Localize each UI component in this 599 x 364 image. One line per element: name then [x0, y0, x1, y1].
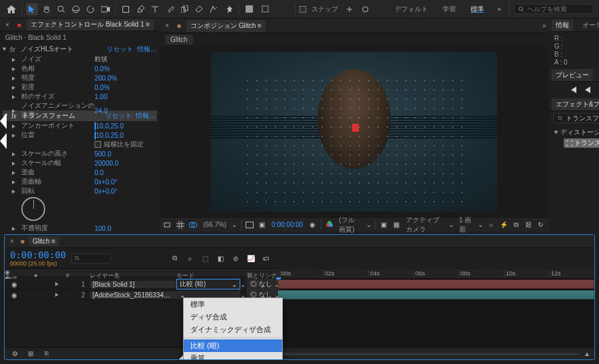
fx-info[interactable]: 情報…	[137, 45, 157, 54]
prop-value[interactable]: 0.0%	[95, 84, 157, 91]
prop-value[interactable]: 粒状	[95, 55, 157, 64]
orbit-tool-icon[interactable]	[70, 3, 82, 15]
fastpreview-icon[interactable]: ⚡	[499, 219, 508, 231]
frameblend-icon[interactable]: ◧	[214, 252, 226, 264]
home-icon[interactable]	[5, 3, 17, 15]
fx-reset[interactable]: リセット	[105, 111, 132, 120]
twisty-icon[interactable]	[12, 227, 15, 231]
tree-category[interactable]: ディストーション	[560, 128, 599, 137]
visibility-icon[interactable]: ◉	[5, 281, 23, 288]
twisty-icon[interactable]	[554, 131, 558, 134]
timeline-search[interactable]	[71, 254, 111, 264]
pen-tool-icon[interactable]	[134, 3, 146, 15]
snapshot-icon[interactable]: ◉	[308, 219, 317, 231]
motionblur-icon[interactable]: ⊘	[230, 252, 242, 264]
render-icon[interactable]: ↻	[536, 219, 545, 231]
shy-icon[interactable]: ⟐	[184, 252, 196, 264]
first-frame-icon[interactable]	[568, 86, 578, 94]
panel-close-icon[interactable]: ×	[162, 22, 172, 29]
timeline-ruler[interactable]: :00s02s04s06s08s10s12s	[278, 270, 594, 279]
prop-value[interactable]: 100.0	[95, 225, 157, 232]
graph-icon[interactable]: 📈	[245, 252, 257, 264]
prop-value[interactable]: 0x+0.0°	[95, 178, 157, 186]
comp-time[interactable]: 0:00:00:00	[270, 221, 304, 228]
prop-value[interactable]: 0.0	[95, 169, 157, 176]
blend-mode-option[interactable]: ダイナミックディザ合成	[184, 323, 282, 336]
zoom-tool-icon[interactable]	[55, 3, 67, 15]
snap-checkbox[interactable]	[300, 6, 306, 13]
prev-frame-icon[interactable]	[583, 86, 592, 94]
blend-mode-option[interactable]: 比較 (暗)	[184, 339, 282, 352]
brush-tool-icon[interactable]	[164, 3, 176, 15]
roto-tool-icon[interactable]	[208, 3, 220, 15]
flowchart-icon[interactable]: ⛓	[524, 219, 532, 231]
clone-tool-icon[interactable]	[178, 3, 190, 15]
comp-camera[interactable]: アクティブカメラ	[405, 216, 445, 234]
grid-icon[interactable]	[176, 219, 185, 231]
twisty-icon[interactable]	[12, 86, 15, 90]
prop-value[interactable]: 10.0,25.0	[95, 122, 157, 130]
twisty-icon[interactable]	[12, 152, 15, 156]
clip[interactable]	[278, 279, 594, 289]
twisty-icon[interactable]	[12, 124, 15, 128]
resolution-icon[interactable]	[246, 219, 254, 231]
exposure-icon[interactable]: ☼	[487, 219, 496, 231]
checkbox[interactable]	[95, 141, 101, 148]
prop-value[interactable]: 20000.0	[95, 160, 157, 167]
rotation-dial[interactable]	[21, 197, 45, 221]
timeline-icon[interactable]: ⧉	[512, 219, 520, 231]
timeline-timecode[interactable]: 0:00:00:00	[10, 250, 66, 260]
preset-search-input[interactable]	[566, 114, 599, 122]
tab-info[interactable]: 情報	[552, 19, 573, 31]
prop-value[interactable]: 1.00	[95, 93, 157, 100]
puppet-tool-icon[interactable]	[222, 3, 234, 15]
prop-value[interactable]: 200.0%	[95, 75, 157, 82]
transparency-grid-icon[interactable]: ▦	[392, 219, 401, 231]
draft3d-icon[interactable]: ⬚	[199, 252, 211, 264]
clip[interactable]	[278, 290, 594, 299]
twisty-icon[interactable]	[12, 67, 15, 71]
toggle-modes-icon[interactable]: ⊞	[25, 348, 37, 360]
twisty-icon[interactable]	[55, 293, 59, 297]
comp-viewer[interactable]	[160, 46, 549, 217]
camera-tool-icon[interactable]	[99, 3, 111, 15]
snap-option-1-icon[interactable]	[343, 3, 355, 15]
tag-icon[interactable]: 🏷	[260, 252, 272, 264]
panel-close-icon[interactable]: ×	[3, 21, 12, 29]
preset-search[interactable]: ×	[553, 113, 599, 123]
stopwatch-icon[interactable]	[95, 131, 96, 140]
twisty-icon[interactable]	[3, 48, 7, 51]
timeline-search-input[interactable]	[83, 255, 108, 262]
tab-composition[interactable]: コンポジション Glitch ≡	[186, 20, 266, 32]
panel-close-icon[interactable]: ×	[7, 238, 17, 245]
blend-mode-option[interactable]: 乗算	[184, 352, 282, 360]
stopwatch-icon[interactable]	[95, 122, 96, 130]
help-search[interactable]	[514, 4, 594, 14]
twisty-icon[interactable]	[12, 162, 15, 166]
shape-fill-icon[interactable]	[243, 3, 255, 15]
twisty-icon[interactable]	[12, 58, 15, 62]
fx-info[interactable]: 情報…	[136, 111, 156, 120]
comp-res[interactable]: (フル画質)	[337, 216, 362, 234]
panel-overflow-icon[interactable]: »	[542, 22, 546, 29]
layer-name[interactable]: [AdobeStock_251863340.mov]	[90, 291, 176, 299]
comp-mini-icon[interactable]: ⧉	[168, 252, 180, 264]
visibility-icon[interactable]: ◉	[5, 291, 23, 299]
eraser-tool-icon[interactable]	[193, 3, 205, 15]
layer-row[interactable]: ◉ 1 [Black Solid 1] 比較 (暗)⌄ ⌄ ◎ なし⌄	[5, 279, 278, 289]
prop-value[interactable]: 10.0,25.0	[95, 132, 157, 139]
tab-effect-controls[interactable]: エフェクトコントロール Black Solid 1 ≡	[27, 19, 154, 31]
hand-tool-icon[interactable]	[41, 3, 53, 15]
workspace-chevron-icon[interactable]: »	[493, 3, 505, 15]
blend-mode-option[interactable]: ディザ合成	[184, 311, 282, 323]
layer-name[interactable]: [Black Solid 1]	[90, 281, 176, 288]
tab-preview[interactable]: プレビュー	[552, 69, 593, 81]
shape-stroke-icon[interactable]	[259, 3, 271, 15]
rotate-tool-icon[interactable]	[85, 3, 97, 15]
fx-name-2[interactable]: トランスフォーム	[22, 111, 101, 120]
selection-tool-icon[interactable]	[26, 3, 38, 15]
twisty-icon[interactable]	[12, 190, 15, 194]
prop-value[interactable]: 0.0%	[95, 65, 157, 73]
twisty-icon[interactable]	[12, 171, 15, 175]
channel-icon[interactable]: ▣	[258, 219, 267, 231]
